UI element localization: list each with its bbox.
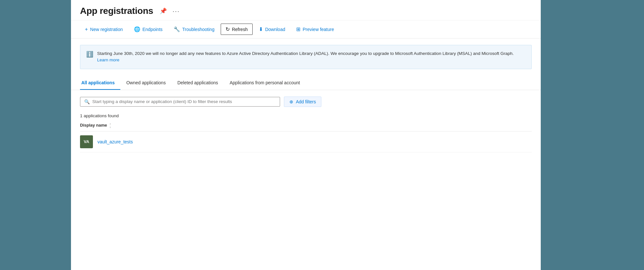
right-sidebar (541, 0, 644, 270)
avatar: VA (80, 135, 93, 148)
pin-icon-button[interactable]: 📌 (158, 7, 168, 15)
tab-deleted-applications[interactable]: Deleted applications (172, 77, 224, 90)
page-header: App registrations 📌 ··· (71, 0, 541, 20)
new-registration-button[interactable]: + New registration (80, 24, 128, 35)
endpoints-button[interactable]: 🌐 Endpoints (129, 24, 167, 35)
download-button[interactable]: ⬇ Download (254, 24, 290, 35)
preview-feature-button[interactable]: ⊞ Preview feature (291, 24, 339, 35)
more-options-icon: ··· (173, 7, 180, 15)
main-panel: App registrations 📌 ··· + New registrati… (71, 0, 541, 270)
search-filter-row: 🔍 ⊕ Add filters (80, 97, 532, 107)
app-name-link[interactable]: vault_azure_tests (97, 139, 133, 144)
plus-icon: + (85, 26, 88, 32)
troubleshooting-button[interactable]: 🔧 Troubleshooting (169, 24, 219, 35)
search-icon: 🔍 (84, 99, 90, 104)
download-icon: ⬇ (259, 26, 263, 32)
left-sidebar (0, 0, 71, 270)
header-icons: 📌 ··· (158, 7, 181, 16)
content-area: 🔍 ⊕ Add filters 1 applications found Dis… (71, 90, 541, 270)
search-input[interactable] (92, 99, 276, 104)
preview-icon: ⊞ (296, 26, 300, 32)
learn-more-link[interactable]: Learn more (97, 57, 119, 62)
refresh-icon: ↻ (226, 26, 230, 32)
tab-owned-applications[interactable]: Owned applications (120, 77, 171, 90)
refresh-button[interactable]: ↻ Refresh (221, 24, 253, 35)
banner-text: Starting June 30th, 2020 we will no long… (97, 50, 526, 64)
results-count: 1 applications found (80, 113, 532, 118)
tab-all-applications[interactable]: All applications (80, 77, 120, 90)
display-name-column-header: Display name ↑↓ (80, 123, 111, 129)
tab-personal-account[interactable]: Applications from personal account (224, 77, 306, 90)
info-icon: ℹ️ (86, 51, 93, 58)
toolbar: + New registration 🌐 Endpoints 🔧 Trouble… (71, 20, 541, 38)
table-row[interactable]: VA vault_azure_tests (80, 131, 532, 152)
wrench-icon: 🔧 (174, 26, 180, 32)
table-header: Display name ↑↓ (80, 120, 532, 131)
info-banner: ℹ️ Starting June 30th, 2020 we will no l… (80, 45, 532, 69)
search-box: 🔍 (80, 97, 280, 107)
add-filters-button[interactable]: ⊕ Add filters (284, 97, 321, 107)
more-options-button[interactable]: ··· (171, 7, 181, 16)
globe-icon: 🌐 (134, 26, 140, 32)
page-title: App registrations (80, 6, 153, 16)
pin-icon: 📌 (160, 7, 167, 15)
add-filters-icon: ⊕ (289, 99, 293, 104)
tabs-container: All applications Owned applications Dele… (71, 77, 541, 90)
sort-icon[interactable]: ↑↓ (109, 123, 111, 129)
